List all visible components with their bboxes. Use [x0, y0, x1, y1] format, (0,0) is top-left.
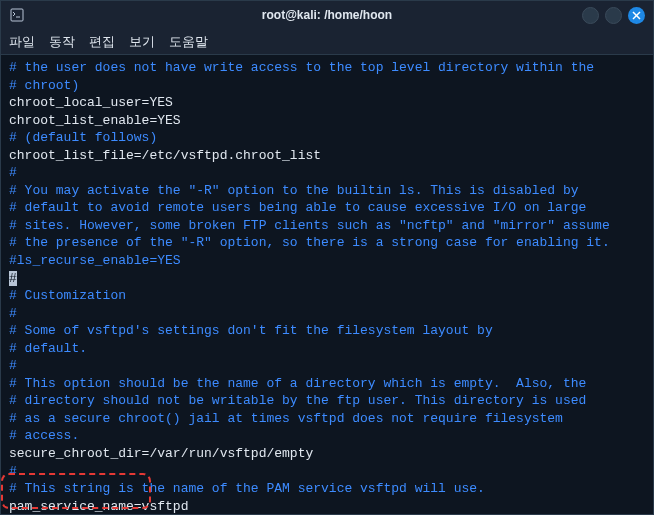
menu-help[interactable]: 도움말 — [169, 33, 208, 51]
menu-edit[interactable]: 편집 — [89, 33, 115, 51]
terminal-window: root@kali: /home/hoon 파일 동작 편집 보기 도움말 # … — [0, 0, 654, 515]
close-button[interactable] — [628, 7, 645, 24]
window-title: root@kali: /home/hoon — [262, 8, 392, 22]
terminal-content[interactable]: # the user does not have write access to… — [1, 55, 653, 514]
terminal-wrapper: # the user does not have write access to… — [1, 55, 653, 514]
maximize-button[interactable] — [605, 7, 622, 24]
menu-view[interactable]: 보기 — [129, 33, 155, 51]
menu-bar: 파일 동작 편집 보기 도움말 — [1, 29, 653, 55]
menu-action[interactable]: 동작 — [49, 33, 75, 51]
menu-file[interactable]: 파일 — [9, 33, 35, 51]
window-controls — [582, 7, 645, 24]
svg-rect-0 — [11, 9, 23, 21]
minimize-button[interactable] — [582, 7, 599, 24]
title-bar[interactable]: root@kali: /home/hoon — [1, 1, 653, 29]
terminal-icon — [9, 7, 25, 23]
